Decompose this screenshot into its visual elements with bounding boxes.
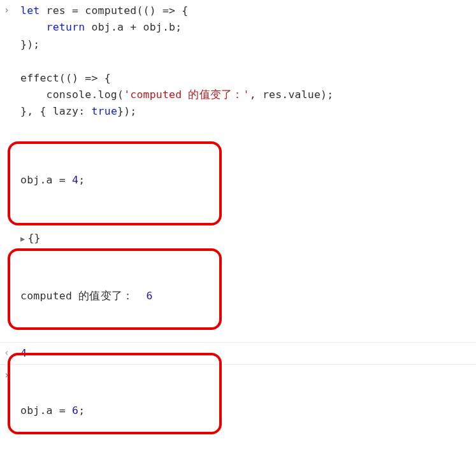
code-text: obj.a = bbox=[20, 174, 72, 186]
log-text: computed 的值变了： bbox=[20, 290, 146, 302]
group-content: obj.a = 6; ▶{} computed 的值变了： 8 bbox=[18, 367, 476, 463]
string-literal: 'computed 的值变了：' bbox=[124, 89, 249, 101]
boolean-literal: true bbox=[91, 105, 117, 117]
number-literal: 4 bbox=[72, 174, 78, 186]
keyword-let: let bbox=[20, 4, 40, 17]
code-text: obj.a = bbox=[20, 404, 72, 417]
assign-line: obj.a = 4; bbox=[20, 171, 476, 190]
assign-line: obj.a = 6; bbox=[20, 401, 476, 420]
code-text: ; bbox=[78, 404, 85, 417]
code-text: console.log( bbox=[20, 89, 124, 101]
input-prompt-icon bbox=[4, 367, 18, 383]
object-preview[interactable]: ▶{} bbox=[20, 224, 476, 248]
console-input-row[interactable]: obj.a = 6; ▶{} computed 的值变了： 8 bbox=[0, 365, 476, 463]
keyword-return: return bbox=[47, 21, 85, 33]
code-text: , res.value); bbox=[250, 89, 334, 101]
code-text: }); bbox=[20, 38, 40, 50]
log-line: computed 的值变了： 6 bbox=[20, 281, 476, 306]
code-text: }, { lazy: bbox=[20, 105, 91, 117]
code-text: effect(() => { bbox=[20, 72, 111, 84]
group-content: obj.a = 4; ▶{} computed 的值变了： 6 bbox=[18, 137, 476, 339]
code-text: ; bbox=[78, 174, 85, 186]
number-literal: 6 bbox=[72, 404, 78, 417]
output-prompt-icon bbox=[4, 345, 18, 360]
console-input-row[interactable]: let res = computed(() => { return obj.a … bbox=[0, 0, 476, 123]
console-output-row: 4 bbox=[0, 343, 476, 365]
disclosure-triangle-icon[interactable]: ▶ bbox=[20, 234, 25, 243]
code-text: }); bbox=[117, 105, 136, 117]
code-text: res = computed(() => { bbox=[40, 4, 188, 17]
object-preview[interactable]: ▶{} bbox=[20, 454, 476, 463]
code-content: let res = computed(() => { return obj.a … bbox=[18, 3, 476, 120]
log-value: 6 bbox=[146, 290, 152, 302]
object-literal: {} bbox=[27, 232, 40, 244]
code-text: obj.a + obj.b; bbox=[85, 21, 182, 33]
number-literal: 4 bbox=[20, 347, 27, 359]
input-prompt-icon bbox=[4, 3, 18, 18]
console-panel: let res = computed(() => { return obj.a … bbox=[0, 0, 476, 463]
console-input-row[interactable]: obj.a = 4; ▶{} computed 的值变了： 6 bbox=[0, 123, 476, 343]
return-value: 4 bbox=[18, 345, 476, 362]
